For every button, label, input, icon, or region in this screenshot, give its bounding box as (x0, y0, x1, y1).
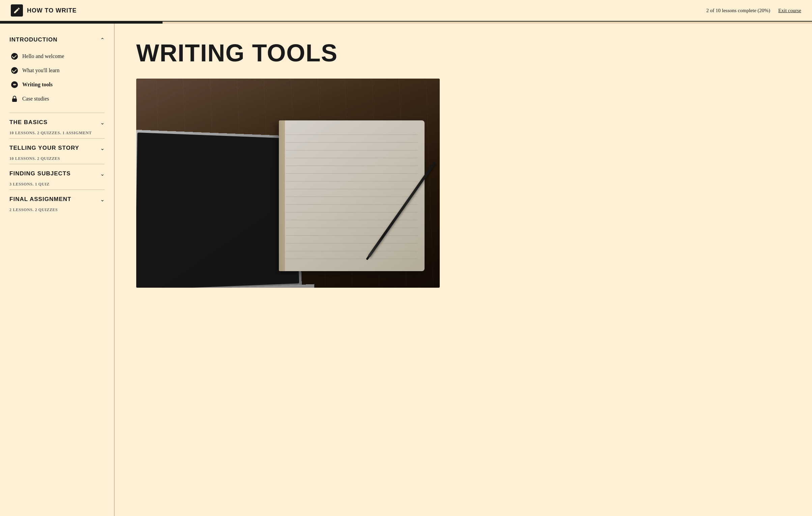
list-item[interactable]: Case studies (9, 92, 105, 106)
section-title-subjects: FINDING SUBJECTS (9, 170, 71, 177)
section-meta-final: 2 LESSONS. 2 QUIZZES (9, 207, 105, 212)
pen-circle (11, 81, 18, 88)
list-item[interactable]: What you'll learn (9, 63, 105, 78)
sidebar-section-telling-your-story: TELLING YOUR STORY ⌄ 10 LESSONS. 2 QUIZZ… (0, 140, 114, 161)
sidebar-section-final-assignment: FINAL ASSIGNMENT ⌄ 2 LESSONS. 2 QUIZZES (0, 191, 114, 212)
item-label: Case studies (22, 96, 49, 102)
sidebar-divider (9, 113, 105, 113)
exit-course-link[interactable]: Exit course (778, 8, 801, 13)
section-title-basics: THE BASICS (9, 119, 48, 126)
pen-logo-svg (13, 7, 21, 14)
chevron-down-icon: ⌄ (100, 145, 105, 151)
section-title-introduction: INTRODUCTION (9, 36, 58, 43)
section-title-story: TELLING YOUR STORY (9, 145, 79, 151)
lesson-title: WRITING TOOLS (136, 40, 790, 66)
sidebar-section-subjects-header[interactable]: FINDING SUBJECTS ⌄ (9, 166, 105, 182)
lock-icon (11, 95, 18, 103)
item-label: What you'll learn (22, 67, 59, 74)
content-area: WRITING TOOLS (115, 24, 812, 516)
logo-area: HOW TO WRITE (11, 4, 77, 17)
item-label: Hello and welcome (22, 53, 64, 59)
check-icon (11, 67, 18, 74)
section-meta-story: 10 LESSONS. 2 QUIZZES (9, 156, 105, 161)
chevron-down-icon: ⌄ (100, 171, 105, 177)
sidebar-section-basics-header[interactable]: THE BASICS ⌄ (9, 114, 105, 131)
logo-icon (11, 4, 23, 17)
chevron-down-icon: ⌄ (100, 119, 105, 126)
check-circle (11, 67, 18, 74)
image-overlay (136, 79, 440, 288)
list-item-active[interactable]: Writing tools (9, 78, 105, 92)
sidebar-divider (9, 138, 105, 139)
lock-body (12, 98, 17, 102)
sidebar-divider (9, 190, 105, 190)
header-right: 2 of 10 lessons complete (20%) Exit cour… (706, 8, 801, 13)
chevron-down-icon: ⌄ (100, 196, 105, 203)
sidebar-section-story-header[interactable]: TELLING YOUR STORY ⌄ (9, 140, 105, 156)
sidebar-section-introduction-header[interactable]: INTRODUCTION ⌃ (9, 32, 105, 48)
item-label: Writing tools (22, 82, 53, 88)
introduction-items: Hello and welcome What you'll learn Writ… (9, 48, 105, 110)
list-item[interactable]: Hello and welcome (9, 49, 105, 63)
section-meta-basics: 10 LESSONS. 2 QUIZZES. 1 ASSIGMENT (9, 131, 105, 136)
progress-bar-fill (0, 22, 163, 24)
image-scene (136, 79, 440, 288)
progress-text: 2 of 10 lessons complete (20%) (706, 8, 771, 13)
section-title-final: FINAL ASSIGNMENT (9, 196, 71, 203)
sidebar-section-final-header[interactable]: FINAL ASSIGNMENT ⌄ (9, 191, 105, 207)
pen-icon (11, 81, 18, 88)
lock-shackle (13, 96, 16, 98)
sidebar-section-introduction: INTRODUCTION ⌃ Hello and welcome What yo… (0, 32, 114, 110)
main-layout: INTRODUCTION ⌃ Hello and welcome What yo… (0, 24, 812, 516)
sidebar-section-the-basics: THE BASICS ⌄ 10 LESSONS. 2 QUIZZES. 1 AS… (0, 114, 114, 136)
lesson-image (136, 79, 440, 288)
sidebar-divider (9, 164, 105, 164)
check-circle (11, 53, 18, 60)
site-header: HOW TO WRITE 2 of 10 lessons complete (2… (0, 0, 812, 22)
chevron-up-icon: ⌃ (100, 37, 105, 43)
sidebar: INTRODUCTION ⌃ Hello and welcome What yo… (0, 24, 115, 516)
section-meta-subjects: 3 LESSONS. 1 QUIZ (9, 182, 105, 187)
progress-bar-container (0, 22, 812, 24)
lock-shape (12, 96, 17, 102)
site-title: HOW TO WRITE (27, 7, 77, 14)
sidebar-section-finding-subjects: FINDING SUBJECTS ⌄ 3 LESSONS. 1 QUIZ (0, 166, 114, 187)
check-icon (11, 53, 18, 60)
